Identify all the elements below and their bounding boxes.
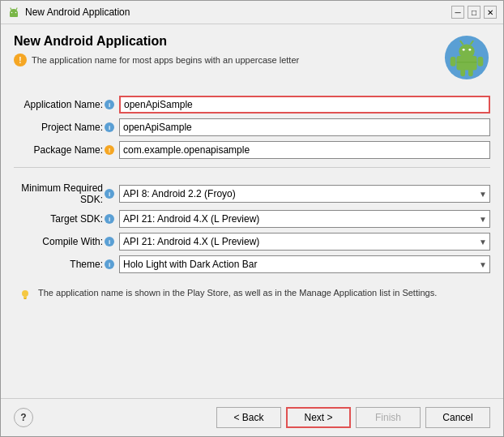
window-icon — [7, 6, 20, 19]
theme-dropdown-container: Holo Light with Dark Action Bar ▼ — [119, 255, 490, 273]
app-name-input[interactable] — [119, 96, 490, 114]
package-name-input[interactable] — [119, 141, 490, 159]
form-section: Application Name: i Project Name: i Pack… — [14, 96, 490, 159]
title-bar-left: New Android Application — [7, 6, 130, 19]
theme-label: Theme: i — [14, 259, 119, 270]
target-sdk-row: Target SDK: i API 21: Android 4.X (L Pre… — [14, 210, 490, 228]
project-name-row: Project Name: i — [14, 118, 490, 136]
svg-point-9 — [463, 49, 465, 51]
compile-with-dropdown[interactable]: API 21: Android 4.X (L Preview) — [119, 233, 490, 251]
cancel-button[interactable]: Cancel — [425, 407, 490, 428]
svg-rect-16 — [468, 69, 473, 77]
svg-rect-15 — [460, 69, 465, 77]
compile-with-info-icon: i — [105, 237, 114, 246]
app-name-label: Application Name: i — [14, 99, 119, 110]
app-name-row: Application Name: i — [14, 96, 490, 114]
project-name-label: Project Name: i — [14, 122, 119, 133]
lightbulb-icon — [19, 289, 32, 302]
theme-info-icon: i — [105, 259, 114, 269]
package-name-row: Package Name: ! — [14, 141, 490, 159]
page-title: New Android Application — [14, 34, 443, 49]
maximize-button[interactable]: □ — [468, 6, 481, 19]
info-text: The application name is shown in the Pla… — [38, 288, 437, 298]
svg-point-2 — [11, 12, 13, 14]
target-sdk-info-icon: i — [105, 214, 114, 224]
compile-with-label: Compile With: i — [14, 236, 119, 247]
project-name-info-icon: i — [105, 122, 114, 132]
target-sdk-dropdown[interactable]: API 21: Android 4.X (L Preview) — [119, 210, 490, 228]
target-sdk-label: Target SDK: i — [14, 213, 119, 225]
app-name-info-icon: i — [105, 100, 114, 109]
warning-row: ! The application name for most apps beg… — [14, 54, 443, 66]
svg-rect-19 — [23, 297, 27, 298]
compile-with-row: Compile With: i API 21: Android 4.X (L P… — [14, 233, 490, 251]
svg-point-10 — [468, 49, 471, 51]
footer-left: ? — [14, 408, 33, 427]
header-title-area: New Android Application ! The applicatio… — [14, 34, 443, 66]
svg-rect-1 — [10, 12, 18, 17]
min-sdk-row: Minimum Required SDK: i API 8: Android 2… — [14, 182, 490, 205]
warning-icon: ! — [14, 54, 27, 66]
footer: ? < Back Next > Finish Cancel — [1, 398, 503, 436]
content-area: New Android Application ! The applicatio… — [1, 24, 503, 398]
min-sdk-dropdown[interactable]: API 8: Android 2.2 (Froyo) — [119, 185, 490, 203]
help-button[interactable]: ? — [14, 408, 33, 427]
finish-button[interactable]: Finish — [356, 407, 421, 428]
min-sdk-label: Minimum Required SDK: i — [14, 182, 119, 205]
compile-with-dropdown-container: API 21: Android 4.X (L Preview) ▼ — [119, 233, 490, 251]
svg-rect-13 — [451, 57, 456, 66]
svg-rect-14 — [478, 57, 484, 66]
svg-point-8 — [459, 45, 474, 58]
svg-line-5 — [16, 8, 17, 10]
divider-1 — [14, 167, 490, 168]
package-name-label: Package Name: ! — [14, 144, 119, 156]
package-name-warn-icon: ! — [105, 145, 114, 155]
theme-row: Theme: i Holo Light with Dark Action Bar… — [14, 255, 490, 273]
min-sdk-info-icon: i — [105, 189, 114, 199]
svg-line-4 — [11, 8, 11, 10]
android-logo — [443, 34, 490, 81]
dropdowns-section: Minimum Required SDK: i API 8: Android 2… — [14, 182, 490, 273]
window-title: New Android Application — [25, 6, 130, 18]
header-section: New Android Application ! The applicatio… — [14, 34, 490, 81]
svg-point-18 — [22, 290, 28, 297]
warning-text: The application name for most apps begin… — [32, 55, 299, 65]
footer-right: < Back Next > Finish Cancel — [216, 407, 490, 428]
info-text-section: The application name is shown in the Pla… — [14, 283, 490, 306]
theme-dropdown[interactable]: Holo Light with Dark Action Bar — [119, 255, 490, 273]
svg-point-3 — [15, 12, 17, 14]
target-sdk-dropdown-container: API 21: Android 4.X (L Preview) ▼ — [119, 210, 490, 228]
main-window: New Android Application ─ □ ✕ New Androi… — [0, 0, 504, 437]
back-button[interactable]: < Back — [216, 407, 281, 428]
next-button[interactable]: Next > — [286, 407, 351, 428]
min-sdk-dropdown-container: API 8: Android 2.2 (Froyo) ▼ — [119, 185, 490, 203]
title-bar: New Android Application ─ □ ✕ — [1, 1, 503, 24]
title-bar-controls: ─ □ ✕ — [451, 6, 497, 19]
svg-rect-20 — [24, 298, 27, 299]
project-name-input[interactable] — [119, 118, 490, 136]
close-button[interactable]: ✕ — [484, 6, 497, 19]
minimize-button[interactable]: ─ — [451, 6, 464, 19]
